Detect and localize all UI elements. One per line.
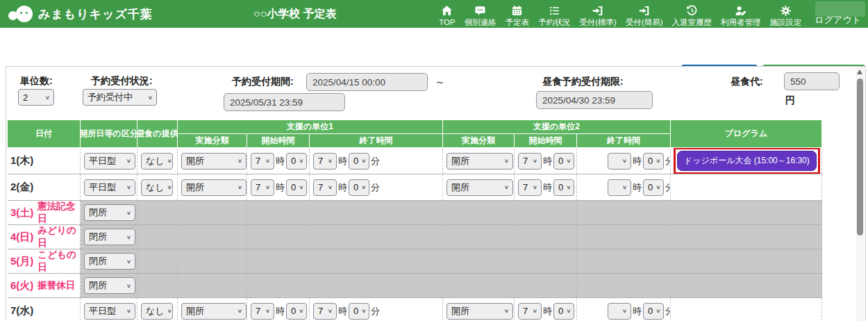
nav-item-logout[interactable]: ログアウト [810, 1, 862, 27]
start-minute-select[interactable]: 0 [286, 179, 307, 196]
date-cell: 3(土)憲法記念日 [8, 201, 81, 224]
nav-item-riyosha-kanri[interactable]: 利用者管理 [721, 1, 761, 27]
category-select-value: 平日型 [89, 181, 116, 194]
holiday-label: 振替休日 [37, 279, 75, 292]
start-hour-select[interactable]: 7 [518, 303, 542, 320]
start-hour-select[interactable]: 7 [518, 153, 542, 170]
unit1-end-time: 7時0分 [313, 303, 380, 320]
nav-item-nyutaishitsu-rireki[interactable]: 入退室履歴 [671, 1, 712, 27]
table-row: 1(木)平日型なし開所7時0分7時0分開所7時0分時0分ドッジボール大会 (15… [8, 148, 822, 174]
start-minute-select[interactable]: 0 [553, 179, 574, 196]
start-hour-select[interactable]: 7 [518, 179, 542, 196]
lunch-fee-label: 昼食代: [731, 76, 763, 88]
category-select-value: 閉所 [89, 255, 107, 268]
start-minute-select[interactable]: 0 [286, 153, 307, 170]
table-row: 6(火)振替休日閉所 [8, 274, 822, 298]
nav-item-top[interactable]: TOP [439, 1, 455, 27]
category-select[interactable]: 平日型 [84, 179, 135, 196]
scrollbar-thumb[interactable] [857, 79, 863, 236]
lunch-select-value: なし [146, 155, 165, 167]
end-hour-select[interactable] [608, 303, 631, 320]
unit1-class-cell [178, 249, 247, 273]
category-select[interactable]: 閉所 [84, 277, 135, 294]
unit2-end-cell [577, 201, 671, 224]
minute-unit-label: 分 [371, 155, 380, 167]
minute-unit-label: 分 [371, 181, 380, 194]
end-minute-select[interactable]: 0 [349, 153, 369, 170]
lunch-select[interactable]: なし [141, 303, 173, 320]
category-select[interactable]: 平日型 [84, 153, 135, 170]
end-minute-select[interactable]: 0 [643, 303, 664, 320]
reservation-period-start-input[interactable]: 2025/04/15 00:00 [306, 73, 428, 91]
program-button[interactable]: ドッジボール大会 (15:00～16:30) [677, 151, 817, 171]
start-hour-select[interactable]: 7 [251, 179, 274, 196]
unit2-end-cell: 時0分 [577, 174, 671, 200]
end-minute-select[interactable]: 0 [643, 153, 664, 170]
start-minute-select[interactable]: 0 [553, 153, 574, 170]
start-hour-select[interactable]: 7 [251, 303, 274, 320]
date-cell: 1(木) [8, 148, 81, 174]
date-cell: 5(月)こどもの日 [8, 249, 81, 273]
end-hour-select[interactable]: 7 [313, 303, 337, 320]
category-select[interactable]: 閉所 [84, 253, 135, 270]
nav-item-yoyaku-jokyo[interactable]: 予約状況 [538, 1, 570, 27]
header-date: 日付 [8, 120, 81, 148]
unit1-class-select[interactable]: 開所 [181, 179, 247, 196]
unit2-class-select[interactable]: 開所 [446, 303, 513, 320]
start-minute-select[interactable]: 0 [286, 303, 307, 320]
lunch-cell [137, 201, 178, 224]
brand-logo[interactable]: みまもりキッズ千葉 [0, 4, 153, 24]
hour-unit-label: 時 [276, 155, 285, 167]
holiday-label: 憲法記念日 [37, 201, 80, 224]
nav-item-kobetsu-renraku[interactable]: 個別連絡 [465, 1, 496, 27]
category-select[interactable]: 平日型 [84, 303, 135, 320]
hour-unit-label: 時 [338, 155, 347, 167]
school-schedule-title: ○○小学校 予定表 [253, 0, 337, 28]
start-minute-select-value: 0 [291, 306, 296, 316]
nav-item-yoteihyo[interactable]: 予定表 [506, 1, 530, 27]
start-hour-select-value: 7 [256, 182, 260, 192]
header-end2: 終了時間 [577, 134, 671, 148]
end-hour-select[interactable] [608, 153, 631, 170]
category-cell: 閉所 [81, 249, 137, 273]
date-label: 6(火) [10, 279, 33, 293]
unit1-end-cell [310, 201, 443, 224]
unit2-class-select-value: 開所 [451, 181, 469, 194]
category-select[interactable]: 閉所 [84, 229, 135, 245]
end-hour-select[interactable]: 7 [313, 153, 337, 170]
header-class1: 実施分類 [178, 134, 247, 148]
lunch-select[interactable]: なし [141, 153, 173, 170]
nav-item-uketsuke-hyojun[interactable]: 受付(標準) [579, 1, 617, 27]
unit2-class-select[interactable]: 開所 [446, 153, 513, 170]
start-minute-select-value: 0 [291, 182, 296, 192]
lunch-fee-input[interactable]: 550 [784, 72, 840, 90]
nav-item-label: 予定表 [506, 17, 530, 27]
end-hour-select[interactable] [608, 179, 631, 196]
nav-item-uketsuke-kani[interactable]: 受付(簡易) [626, 1, 663, 27]
hour-unit-label: 時 [276, 305, 285, 318]
unit1-class-select[interactable]: 開所 [181, 303, 247, 320]
reservation-status-value: 予約受付中 [87, 91, 133, 104]
scroll-up-arrow-icon[interactable] [857, 69, 862, 74]
unit1-class-select[interactable]: 開所 [181, 153, 247, 170]
minute-unit-label: 分 [665, 155, 671, 167]
lunch-deadline-input[interactable]: 2025/04/30 23:59 [536, 91, 653, 109]
end-hour-select[interactable]: 7 [313, 179, 337, 196]
start-hour-select[interactable]: 7 [251, 153, 274, 170]
unit-count-select[interactable]: 2 [18, 89, 54, 106]
top-navbar: みまもりキッズ千葉 ○○小学校 予定表 TOP個別連絡予定表予約状況受付(標準)… [0, 0, 868, 28]
reservation-status-select[interactable]: 予約受付中 [83, 89, 157, 106]
lunch-select[interactable]: なし [141, 179, 173, 196]
end-minute-select[interactable]: 0 [349, 303, 369, 320]
unit2-class-select[interactable]: 開所 [446, 179, 513, 196]
unit1-start-cell [247, 274, 310, 297]
end-minute-select[interactable]: 0 [349, 179, 369, 196]
nav-item-shisetsu-settei[interactable]: 施設設定 [769, 1, 801, 27]
program-cell [671, 298, 822, 321]
end-minute-select[interactable]: 0 [643, 179, 664, 196]
reservation-period-end-input[interactable]: 2025/05/31 23:59 [224, 93, 345, 111]
end-minute-select-value: 0 [648, 156, 653, 166]
category-select[interactable]: 閉所 [84, 204, 135, 221]
unit2-class-cell: 開所 [443, 298, 515, 321]
start-minute-select[interactable]: 0 [553, 303, 574, 320]
